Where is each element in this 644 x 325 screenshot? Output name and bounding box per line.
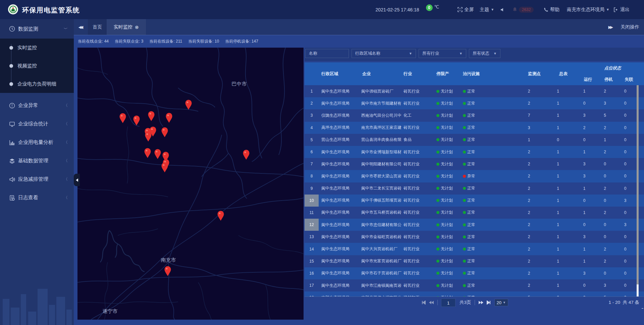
table-row-6[interactable]: 6阆中生态环境局阆中市金博瑞新型墙材砖瓦行业无计划正常21120: [305, 146, 644, 158]
sidebar-group-5[interactable]: 应急减排管理〈: [0, 170, 74, 188]
sidebar-group-label: 日志查看: [18, 195, 38, 201]
cell-monitor-points: 2: [515, 255, 543, 267]
map-pin-9[interactable]: [243, 150, 250, 160]
table-row-7[interactable]: 7阆中生态环境局阆中明阳建材有限公司砖瓦行业无计划正常21300: [305, 158, 644, 170]
map-pin-10[interactable]: [145, 148, 151, 158]
status-dot-icon: [436, 272, 439, 275]
table-row-15[interactable]: 15阆中生态环境局阆中市光富页岩机砖厂砖瓦行业无计划正常21120: [305, 255, 644, 267]
sidebar-subitem-1[interactable]: 视频监控: [0, 57, 74, 75]
cell-total-meter: 1: [543, 122, 573, 134]
cell-lost: 0: [614, 97, 637, 109]
map-pin-15[interactable]: [218, 211, 224, 221]
table-row-16[interactable]: 16阆中生态环境局阆中市石子页岩机砖厂砖瓦行业无计划正常21300: [305, 267, 644, 279]
map-pin-3[interactable]: [148, 111, 155, 121]
cell-pollution-facility: 正常: [461, 97, 515, 109]
cell-company: 阆中明阳建材有限公司: [361, 158, 401, 170]
table-row-1[interactable]: 1阆中生态环境局阆中强锐页岩砖厂砖瓦行业无计划正常21120: [305, 85, 644, 97]
datetime: 2021-02-25 17:46:18: [376, 7, 419, 12]
sidebar-group-6[interactable]: 日志查看〈: [0, 188, 74, 207]
col-industry: 行业: [401, 62, 434, 85]
cell-stop-production: 无计划: [434, 255, 461, 267]
sidebar-group-label: 企业用电量分析: [18, 139, 53, 146]
tab-home[interactable]: 首页: [88, 19, 107, 35]
sidebar-group-4[interactable]: 基础数据管理〈: [0, 152, 74, 170]
cell-run: 2: [573, 122, 596, 134]
region-filter-select[interactable]: 行政区域名称▼: [352, 49, 416, 58]
logout-button[interactable]: 退出: [613, 7, 630, 13]
row-number: 1: [305, 85, 319, 97]
map-pin-7[interactable]: [145, 132, 152, 142]
map-pin-8[interactable]: [162, 127, 168, 138]
cell-run: 1: [573, 85, 596, 97]
page-number-input[interactable]: 1: [441, 299, 455, 307]
cell-stopped: 3: [596, 97, 614, 109]
table-row-11[interactable]: 11阆中生态环境局阆中市五马桥页岩机砖砖瓦行业无计划正常21120: [305, 207, 644, 219]
cell-stopped: 0: [596, 231, 614, 243]
sidebar-subitem-2[interactable]: 企业电力负荷明细: [0, 75, 74, 93]
help-button[interactable]: 帮助: [544, 7, 559, 13]
cell-stopped: 0: [596, 170, 614, 182]
cell-run: 0: [573, 279, 596, 291]
table-scrollbar[interactable]: [637, 85, 639, 298]
industry-filter-select[interactable]: 所有行业▼: [419, 49, 466, 58]
map-pin-0[interactable]: [185, 100, 192, 110]
notification-bell[interactable]: 2632: [513, 7, 534, 13]
table-row-17[interactable]: 17阆中生态环境局阆中市江南镇阆南页岩砖瓦行业无计划正常21030: [305, 279, 644, 291]
status-dot-icon: [463, 187, 466, 190]
tab-realtime-monitor[interactable]: 实时监控 ⊗: [107, 19, 146, 35]
page-size-select[interactable]: 20▼: [494, 299, 508, 306]
cell-lost: 0: [614, 122, 637, 134]
cell-pollution-facility: 正常: [461, 195, 515, 207]
cell-admin-region: 阆中生态环境局: [319, 158, 361, 170]
chevron-left-icon: 〈: [64, 140, 68, 145]
map-collapse-handle[interactable]: [74, 174, 80, 186]
sidebar-group-1[interactable]: 企业异常〈: [0, 96, 74, 115]
table-row-10[interactable]: 10阆中生态环境局阆中千佛镇五郎垭页岩砖瓦行业无计划正常21003: [305, 195, 644, 207]
status-dot-icon: [436, 235, 439, 238]
sidebar-group-0[interactable]: 数据监测﹀: [0, 19, 74, 39]
tabs-scroll-left-icon[interactable]: ◀◀: [74, 19, 88, 35]
map-pin-14[interactable]: [162, 163, 168, 173]
map-pin-16[interactable]: [165, 266, 171, 276]
table-row-4[interactable]: 4高坪生态环境局南充市高坪区王家店建砖瓦行业无计划正常31220: [305, 122, 644, 134]
status-filter-select[interactable]: 所有状态▼: [469, 49, 500, 58]
cell-total-meter: 1: [543, 97, 573, 109]
table-row-9[interactable]: 9阆中生态环境局阆中市二龙长宝页岩砖砖瓦行业无计划正常21120: [305, 182, 644, 195]
scrollbar-thumb[interactable]: [637, 85, 639, 284]
sidebar-group-3[interactable]: 企业用电量分析〈: [0, 133, 74, 152]
table-row-14[interactable]: 14阆中生态环境局阆中大兴页岩机砖厂砖瓦行业无计划正常21120: [305, 243, 644, 255]
cell-lost: 0: [614, 158, 637, 170]
prev-page-icon[interactable]: [429, 301, 434, 305]
city-label-0: 巴中市: [232, 81, 247, 87]
sidebar-subitem-0[interactable]: 实时监控: [0, 39, 74, 57]
stat-3: 当前失联设备: 10: [188, 39, 219, 44]
theme-dropdown[interactable]: 主题▼: [480, 7, 494, 13]
status-dot-icon: [463, 272, 466, 275]
row-number: 3: [305, 109, 319, 121]
city-label-1: 南充市: [161, 257, 176, 263]
table-row-13[interactable]: 13阆中生态环境局阆中市金福旺页岩机砖砖瓦行业无计划正常21300: [305, 231, 644, 243]
map-panel[interactable]: 巴中市南充市遂宁市: [77, 48, 304, 320]
tab-close-icon[interactable]: ⊗: [135, 24, 139, 30]
map-pin-4[interactable]: [166, 113, 172, 123]
sidebar-group-2[interactable]: 企业综合统计〈: [0, 115, 74, 133]
last-page-icon[interactable]: [486, 301, 491, 305]
next-page-icon[interactable]: [478, 301, 484, 305]
tabs-scroll-right-icon[interactable]: ▶▶: [608, 25, 612, 30]
fullscreen-button[interactable]: 全屏: [458, 7, 474, 13]
close-operations-button[interactable]: 关闭操作: [621, 24, 639, 30]
table-row-2[interactable]: 2阆中生态环境局阆中市南方节能建材有砖瓦行业无计划正常21030: [305, 97, 644, 109]
chevron-left-icon: 〈: [64, 195, 68, 201]
table-row-3[interactable]: 3仪陇生态环境局西南油气田分公司川中化工无计划正常71350: [305, 109, 644, 121]
map-pin-1[interactable]: [120, 113, 126, 123]
table-row-8[interactable]: 8阆中生态环境局阆中市枣碧大梁山页岩砖瓦行业无计划异常21300: [305, 170, 644, 182]
map-pin-11[interactable]: [155, 149, 161, 159]
org-dropdown[interactable]: 南充市生态环境局▼: [567, 7, 609, 13]
table-row-5[interactable]: 5营山生态环境局营山县润丰肉食品有限食品无计划正常10010: [305, 134, 644, 146]
table-row-12[interactable]: 12阆中生态环境局阆中市忠信建材有限公砖瓦行业无计划正常21003: [305, 219, 644, 231]
mute-icon[interactable]: [500, 7, 505, 12]
first-page-icon[interactable]: [421, 301, 426, 305]
table-row-18[interactable]: 18南部生态环境局南部县双佳水泥有限公建材加工无计划正常50050: [305, 291, 644, 296]
cell-run: 3: [573, 158, 596, 170]
name-filter-input[interactable]: 名称: [305, 49, 349, 58]
